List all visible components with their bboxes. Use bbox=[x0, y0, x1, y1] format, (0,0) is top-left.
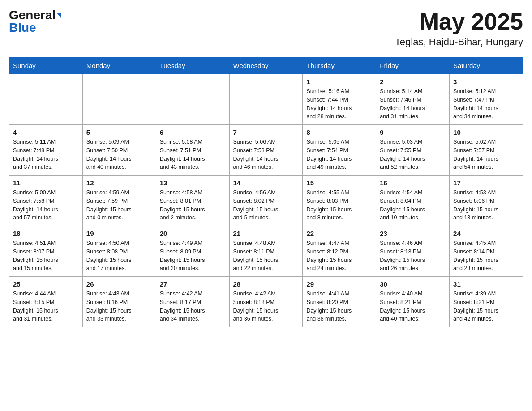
day-info: Sunrise: 4:42 AMSunset: 8:17 PMDaylight:… bbox=[160, 290, 226, 323]
calendar-day-13: 13Sunrise: 4:58 AMSunset: 8:01 PMDayligh… bbox=[156, 176, 229, 226]
calendar-header-tuesday: Tuesday bbox=[156, 57, 229, 74]
day-number: 7 bbox=[233, 128, 299, 136]
calendar-day-4: 4Sunrise: 5:11 AMSunset: 7:48 PMDaylight… bbox=[9, 125, 83, 176]
day-number: 1 bbox=[306, 78, 372, 86]
day-info: Sunrise: 4:54 AMSunset: 8:04 PMDaylight:… bbox=[380, 188, 446, 222]
calendar-header-row: SundayMondayTuesdayWednesdayThursdayFrid… bbox=[9, 57, 523, 74]
calendar-day-19: 19Sunrise: 4:50 AMSunset: 8:08 PMDayligh… bbox=[82, 226, 156, 277]
day-info: Sunrise: 4:48 AMSunset: 8:11 PMDaylight:… bbox=[233, 239, 299, 273]
day-info: Sunrise: 5:09 AMSunset: 7:50 PMDaylight:… bbox=[86, 138, 152, 171]
calendar-empty-cell bbox=[82, 74, 156, 125]
calendar-week-row: 18Sunrise: 4:51 AMSunset: 8:07 PMDayligh… bbox=[9, 226, 523, 277]
day-info: Sunrise: 4:46 AMSunset: 8:13 PMDaylight:… bbox=[380, 239, 446, 273]
calendar-week-row: 4Sunrise: 5:11 AMSunset: 7:48 PMDaylight… bbox=[9, 125, 523, 176]
day-number: 13 bbox=[160, 179, 226, 187]
logo-triangle-icon bbox=[56, 13, 61, 18]
calendar-day-3: 3Sunrise: 5:12 AMSunset: 7:47 PMDaylight… bbox=[450, 74, 523, 125]
day-number: 12 bbox=[86, 179, 152, 187]
calendar-day-22: 22Sunrise: 4:47 AMSunset: 8:12 PMDayligh… bbox=[303, 226, 376, 277]
calendar-day-9: 9Sunrise: 5:03 AMSunset: 7:55 PMDaylight… bbox=[376, 125, 450, 176]
day-info: Sunrise: 4:55 AMSunset: 8:03 PMDaylight:… bbox=[306, 188, 372, 222]
day-info: Sunrise: 4:41 AMSunset: 8:20 PMDaylight:… bbox=[306, 290, 372, 323]
calendar-day-24: 24Sunrise: 4:45 AMSunset: 8:14 PMDayligh… bbox=[450, 226, 523, 277]
day-info: Sunrise: 4:43 AMSunset: 8:16 PMDaylight:… bbox=[86, 290, 152, 323]
day-info: Sunrise: 5:14 AMSunset: 7:46 PMDaylight:… bbox=[380, 87, 446, 121]
day-info: Sunrise: 4:59 AMSunset: 7:59 PMDaylight:… bbox=[86, 188, 152, 222]
day-number: 29 bbox=[306, 280, 372, 288]
calendar-day-17: 17Sunrise: 4:53 AMSunset: 8:06 PMDayligh… bbox=[450, 176, 523, 226]
day-info: Sunrise: 5:02 AMSunset: 7:57 PMDaylight:… bbox=[453, 138, 519, 171]
day-number: 11 bbox=[13, 179, 79, 187]
calendar-day-14: 14Sunrise: 4:56 AMSunset: 8:02 PMDayligh… bbox=[229, 176, 303, 226]
calendar-day-7: 7Sunrise: 5:06 AMSunset: 7:53 PMDaylight… bbox=[229, 125, 303, 176]
day-info: Sunrise: 5:11 AMSunset: 7:48 PMDaylight:… bbox=[13, 138, 79, 171]
day-info: Sunrise: 4:40 AMSunset: 8:21 PMDaylight:… bbox=[380, 290, 446, 323]
calendar-table: SundayMondayTuesdayWednesdayThursdayFrid… bbox=[9, 57, 523, 327]
calendar-day-27: 27Sunrise: 4:42 AMSunset: 8:17 PMDayligh… bbox=[156, 277, 229, 327]
calendar-empty-cell bbox=[156, 74, 229, 125]
day-number: 25 bbox=[13, 280, 79, 288]
calendar-day-8: 8Sunrise: 5:05 AMSunset: 7:54 PMDaylight… bbox=[303, 125, 376, 176]
day-number: 24 bbox=[453, 230, 519, 237]
calendar-day-5: 5Sunrise: 5:09 AMSunset: 7:50 PMDaylight… bbox=[82, 125, 156, 176]
calendar-week-row: 11Sunrise: 5:00 AMSunset: 7:58 PMDayligh… bbox=[9, 176, 523, 226]
calendar-day-28: 28Sunrise: 4:42 AMSunset: 8:18 PMDayligh… bbox=[229, 277, 303, 327]
day-number: 30 bbox=[380, 280, 446, 288]
calendar-day-23: 23Sunrise: 4:46 AMSunset: 8:13 PMDayligh… bbox=[376, 226, 450, 277]
day-info: Sunrise: 4:58 AMSunset: 8:01 PMDaylight:… bbox=[160, 188, 226, 222]
day-info: Sunrise: 4:44 AMSunset: 8:15 PMDaylight:… bbox=[13, 290, 79, 323]
calendar-week-row: 25Sunrise: 4:44 AMSunset: 8:15 PMDayligh… bbox=[9, 277, 523, 327]
day-number: 17 bbox=[453, 179, 519, 187]
day-info: Sunrise: 4:50 AMSunset: 8:08 PMDaylight:… bbox=[86, 239, 152, 273]
calendar-day-25: 25Sunrise: 4:44 AMSunset: 8:15 PMDayligh… bbox=[9, 277, 83, 327]
day-number: 28 bbox=[233, 280, 299, 288]
calendar-day-10: 10Sunrise: 5:02 AMSunset: 7:57 PMDayligh… bbox=[450, 125, 523, 176]
day-info: Sunrise: 4:42 AMSunset: 8:18 PMDaylight:… bbox=[233, 290, 299, 323]
calendar-day-11: 11Sunrise: 5:00 AMSunset: 7:58 PMDayligh… bbox=[9, 176, 83, 226]
day-info: Sunrise: 4:47 AMSunset: 8:12 PMDaylight:… bbox=[306, 239, 372, 273]
day-number: 15 bbox=[306, 179, 372, 187]
day-number: 2 bbox=[380, 78, 446, 86]
day-info: Sunrise: 5:12 AMSunset: 7:47 PMDaylight:… bbox=[453, 87, 519, 121]
logo: General Blue bbox=[9, 9, 61, 34]
calendar-day-12: 12Sunrise: 4:59 AMSunset: 7:59 PMDayligh… bbox=[82, 176, 156, 226]
day-number: 8 bbox=[306, 128, 372, 136]
calendar-day-20: 20Sunrise: 4:49 AMSunset: 8:09 PMDayligh… bbox=[156, 226, 229, 277]
logo-blue-text: Blue bbox=[9, 21, 36, 34]
calendar-day-31: 31Sunrise: 4:39 AMSunset: 8:21 PMDayligh… bbox=[450, 277, 523, 327]
day-number: 6 bbox=[160, 128, 226, 136]
calendar-header-friday: Friday bbox=[376, 57, 450, 74]
day-number: 16 bbox=[380, 179, 446, 187]
day-info: Sunrise: 5:06 AMSunset: 7:53 PMDaylight:… bbox=[233, 138, 299, 171]
calendar-empty-cell bbox=[229, 74, 303, 125]
day-number: 18 bbox=[13, 230, 79, 237]
title-area: May 2025 Teglas, Hajdu-Bihar, Hungary bbox=[395, 9, 523, 48]
day-info: Sunrise: 5:00 AMSunset: 7:58 PMDaylight:… bbox=[13, 188, 79, 222]
day-number: 9 bbox=[380, 128, 446, 136]
calendar-day-18: 18Sunrise: 4:51 AMSunset: 8:07 PMDayligh… bbox=[9, 226, 83, 277]
calendar-day-15: 15Sunrise: 4:55 AMSunset: 8:03 PMDayligh… bbox=[303, 176, 376, 226]
location-title: Teglas, Hajdu-Bihar, Hungary bbox=[395, 36, 523, 48]
calendar-header-saturday: Saturday bbox=[450, 57, 523, 74]
day-info: Sunrise: 4:56 AMSunset: 8:02 PMDaylight:… bbox=[233, 188, 299, 222]
day-info: Sunrise: 4:51 AMSunset: 8:07 PMDaylight:… bbox=[13, 239, 79, 273]
day-number: 26 bbox=[86, 280, 152, 288]
logo-general-text: General bbox=[9, 9, 56, 21]
day-number: 10 bbox=[453, 128, 519, 136]
day-number: 21 bbox=[233, 230, 299, 237]
calendar-day-30: 30Sunrise: 4:40 AMSunset: 8:21 PMDayligh… bbox=[376, 277, 450, 327]
calendar-day-6: 6Sunrise: 5:08 AMSunset: 7:51 PMDaylight… bbox=[156, 125, 229, 176]
calendar-day-16: 16Sunrise: 4:54 AMSunset: 8:04 PMDayligh… bbox=[376, 176, 450, 226]
calendar-day-1: 1Sunrise: 5:16 AMSunset: 7:44 PMDaylight… bbox=[303, 74, 376, 125]
calendar-week-row: 1Sunrise: 5:16 AMSunset: 7:44 PMDaylight… bbox=[9, 74, 523, 125]
day-info: Sunrise: 4:53 AMSunset: 8:06 PMDaylight:… bbox=[453, 188, 519, 222]
day-number: 14 bbox=[233, 179, 299, 187]
calendar-day-21: 21Sunrise: 4:48 AMSunset: 8:11 PMDayligh… bbox=[229, 226, 303, 277]
day-number: 31 bbox=[453, 280, 519, 288]
calendar-day-2: 2Sunrise: 5:14 AMSunset: 7:46 PMDaylight… bbox=[376, 74, 450, 125]
calendar-header-wednesday: Wednesday bbox=[229, 57, 303, 74]
day-number: 22 bbox=[306, 230, 372, 237]
day-info: Sunrise: 5:16 AMSunset: 7:44 PMDaylight:… bbox=[306, 87, 372, 121]
day-info: Sunrise: 4:39 AMSunset: 8:21 PMDaylight:… bbox=[453, 290, 519, 323]
day-info: Sunrise: 5:08 AMSunset: 7:51 PMDaylight:… bbox=[160, 138, 226, 171]
